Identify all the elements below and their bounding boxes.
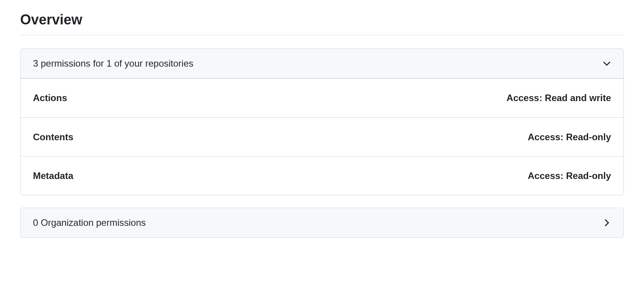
permission-row: Contents Access: Read-only	[21, 117, 623, 156]
org-permissions-panel: 0 Organization permissions	[20, 208, 624, 238]
permission-name: Actions	[33, 93, 67, 103]
permission-access: Access: Read-only	[528, 170, 611, 181]
repo-permissions-title: 3 permissions for 1 of your repositories	[33, 58, 194, 69]
repo-permissions-header[interactable]: 3 permissions for 1 of your repositories	[21, 49, 623, 79]
chevron-right-icon	[602, 218, 611, 227]
permission-row: Metadata Access: Read-only	[21, 156, 623, 195]
permission-name: Contents	[33, 132, 73, 143]
permission-access: Access: Read-only	[528, 132, 611, 143]
repo-permissions-list: Actions Access: Read and write Contents …	[21, 79, 623, 195]
permission-name: Metadata	[33, 170, 73, 181]
permission-row: Actions Access: Read and write	[21, 79, 623, 117]
permission-access: Access: Read and write	[507, 93, 611, 103]
org-permissions-header[interactable]: 0 Organization permissions	[21, 208, 623, 237]
page-title: Overview	[20, 12, 624, 28]
org-permissions-title: 0 Organization permissions	[33, 217, 146, 228]
title-divider	[20, 35, 624, 35]
repo-permissions-panel: 3 permissions for 1 of your repositories…	[20, 48, 624, 195]
chevron-down-icon	[602, 59, 611, 68]
